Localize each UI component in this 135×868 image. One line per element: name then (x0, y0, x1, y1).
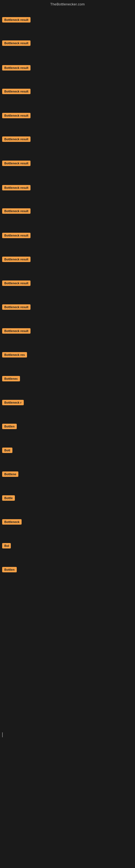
result-row: Bottleneck result (0, 303, 135, 312)
bottleneck-badge-4[interactable]: Bottleneck result (2, 89, 31, 94)
result-row: Bottlen (0, 565, 135, 575)
result-row: Bottleneck result (0, 327, 135, 336)
result-row: Bottle (0, 494, 135, 503)
bottleneck-badge-8[interactable]: Bottleneck result (2, 185, 31, 190)
bottleneck-badge-6[interactable]: Bottleneck result (2, 136, 31, 142)
bottleneck-badge-20[interactable]: Bottlene (2, 471, 18, 477)
result-row: Bol (0, 541, 135, 551)
text-cursor (2, 733, 3, 737)
result-row: Bottleneck result (0, 159, 135, 169)
bottleneck-badge-1[interactable]: Bottleneck result (2, 17, 31, 23)
bottleneck-badge-13[interactable]: Bottleneck result (2, 304, 31, 310)
result-row: Bottleneck result (0, 183, 135, 193)
result-row: Bottleneck result (0, 255, 135, 265)
result-row: Bottleneck result (0, 231, 135, 241)
result-row: Bottlene (0, 470, 135, 479)
bottleneck-badge-16[interactable]: Bottlenec (2, 376, 20, 381)
bottleneck-badge-23[interactable]: Bol (2, 543, 11, 549)
bottleneck-badge-17[interactable]: Bottleneck r (2, 400, 24, 405)
bottleneck-badge-21[interactable]: Bottle (2, 495, 15, 501)
bottleneck-badge-9[interactable]: Bottleneck result (2, 208, 31, 214)
bottleneck-badge-7[interactable]: Bottleneck result (2, 161, 31, 166)
result-row: Bottleneck (0, 518, 135, 527)
bottleneck-badge-11[interactable]: Bottleneck result (2, 257, 31, 262)
bottleneck-badge-22[interactable]: Bottleneck (2, 519, 21, 525)
result-row: Bottleneck result (0, 135, 135, 145)
result-row: Bottleneck result (0, 16, 135, 25)
bottleneck-badge-3[interactable]: Bottleneck result (2, 65, 31, 70)
bottleneck-badge-19[interactable]: Bott (2, 447, 12, 453)
bottleneck-badge-14[interactable]: Bottleneck result (2, 328, 31, 334)
result-row: Bottlenec (0, 374, 135, 384)
bottleneck-badge-5[interactable]: Bottleneck result (2, 113, 31, 118)
result-row: Bottleneck result (0, 111, 135, 121)
bottleneck-badge-18[interactable]: Bottlen (2, 424, 17, 429)
result-row: Bottleneck result (0, 39, 135, 49)
result-row: Bottleneck result (0, 63, 135, 73)
result-row: Bottlen (0, 422, 135, 432)
site-title: TheBottlenecker.com (50, 2, 85, 6)
result-row: Bottleneck result (0, 279, 135, 289)
bottleneck-badge-15[interactable]: Bottleneck res (2, 352, 27, 358)
result-row: Bott (0, 446, 135, 456)
result-row: Bottleneck r (0, 398, 135, 408)
bottleneck-badge-24[interactable]: Bottlen (2, 567, 17, 572)
result-row: Bottleneck result (0, 87, 135, 97)
result-row: Bottleneck result (0, 207, 135, 216)
bottleneck-badge-10[interactable]: Bottleneck result (2, 233, 31, 238)
site-header: TheBottlenecker.com (0, 0, 135, 7)
result-row: Bottleneck res (0, 350, 135, 360)
bottleneck-badge-2[interactable]: Bottleneck result (2, 40, 31, 46)
bottleneck-badge-12[interactable]: Bottleneck result (2, 280, 31, 286)
